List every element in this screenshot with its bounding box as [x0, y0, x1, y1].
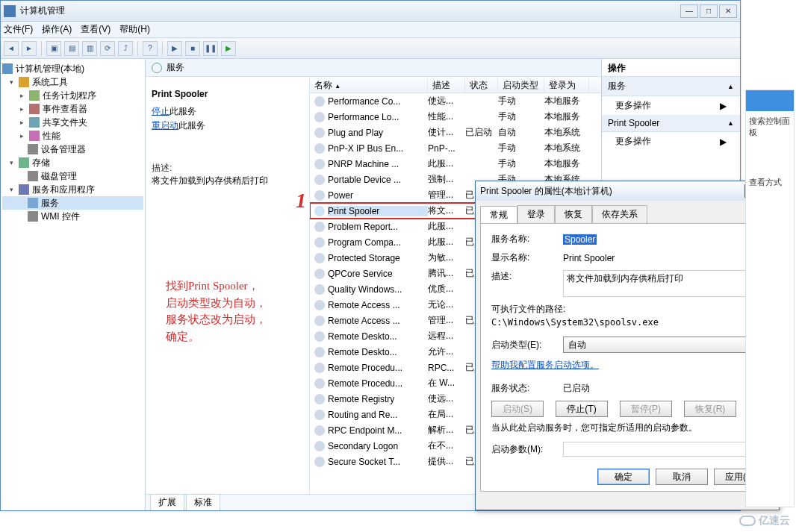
stop-icon[interactable]: ■	[185, 41, 200, 56]
service-icon	[314, 190, 325, 201]
tree-performance[interactable]: ▸性能	[2, 129, 143, 143]
menu-action[interactable]: 操作(A)	[42, 23, 72, 36]
startup-type-dropdown[interactable]: 自动▾	[563, 337, 763, 353]
tab-standard[interactable]: 标准	[186, 494, 220, 510]
ok-button[interactable]: 确定	[597, 469, 650, 485]
service-icon	[314, 206, 325, 216]
cancel-button[interactable]: 取消	[656, 469, 708, 485]
col-name[interactable]: 名称 ▲	[310, 77, 428, 93]
list-icon[interactable]: ▤	[64, 41, 79, 56]
col-logon[interactable]: 登录为	[544, 77, 589, 93]
dialog-titlebar[interactable]: Print Spooler 的属性(本地计算机) ✕	[476, 181, 779, 201]
actions-services[interactable]: 服务▲	[602, 77, 740, 96]
tab-extended[interactable]: 扩展	[150, 494, 184, 510]
tab-logon[interactable]: 登录	[517, 205, 555, 223]
play-icon[interactable]: ▶	[167, 41, 182, 56]
actions-more-2[interactable]: 更多操作▶	[602, 132, 740, 151]
up-icon[interactable]: ▣	[46, 41, 61, 56]
tree-disk-management[interactable]: 磁盘管理	[2, 169, 143, 183]
tree-storage[interactable]: ▾存储	[2, 156, 143, 169]
startup-params-label: 启动参数(M):	[491, 443, 563, 456]
maximize-button[interactable]: □	[700, 4, 718, 18]
service-icon	[314, 128, 325, 138]
tree-task-scheduler[interactable]: ▸任务计划程序	[2, 89, 143, 102]
service-icon	[314, 331, 325, 342]
tab-recovery[interactable]: 恢复	[555, 205, 592, 223]
service-row[interactable]: Plug and Play使计...已启动自动本地系统	[310, 125, 601, 140]
service-icon	[314, 112, 325, 122]
col-type[interactable]: 启动类型	[498, 77, 544, 93]
watermark-logo: 亿速云	[739, 514, 790, 528]
tab-dependencies[interactable]: 依存关系	[592, 205, 647, 223]
service-detail: Print Spooler 停止此服务 重启动此服务 描述: 将文件加载到内存供…	[146, 77, 310, 510]
app-icon	[4, 5, 16, 17]
desc-textarea[interactable]: 将文件加载到内存供稍后打印	[563, 270, 763, 297]
service-icon	[314, 253, 325, 263]
forward-icon[interactable]: ►	[22, 41, 37, 56]
service-row[interactable]: PNRP Machine ...此服...手动本地服务	[310, 156, 601, 172]
actions-print-spooler[interactable]: Print Spooler▲	[602, 115, 740, 132]
service-icon	[314, 425, 325, 436]
window-title: 计算机管理	[20, 4, 65, 17]
tree-wmi[interactable]: WMI 控件	[2, 210, 143, 223]
col-status[interactable]: 状态	[465, 77, 498, 93]
service-icon	[314, 222, 325, 232]
service-icon	[314, 457, 325, 467]
menu-file[interactable]: 文件(F)	[4, 23, 33, 36]
back-icon[interactable]: ◄	[4, 41, 19, 56]
display-name-value: Print Spooler	[563, 253, 763, 263]
titlebar[interactable]: 计算机管理 — □ ✕	[1, 1, 740, 22]
dialog-body: 服务名称:Spooler 显示名称:Print Spooler 描述:将文件加载…	[480, 223, 774, 492]
startup-hint: 当从此处启动服务时，您可指定所适用的启动参数。	[491, 422, 763, 434]
exe-path-label: 可执行文件的路径:	[491, 303, 763, 316]
tree-services-apps[interactable]: ▾服务和应用程序	[2, 183, 143, 196]
pause-icon[interactable]: ❚❚	[203, 41, 218, 56]
restart-link[interactable]: 重启动	[152, 120, 178, 131]
service-icon	[314, 159, 325, 169]
service-icon	[314, 143, 325, 154]
help-icon[interactable]: ?	[143, 41, 158, 56]
actions-more-1[interactable]: 更多操作▶	[602, 96, 740, 115]
properties-dialog: Print Spooler 的属性(本地计算机) ✕ 常规 登录 恢复 依存关系…	[475, 181, 780, 510]
tab-general[interactable]: 常规	[480, 206, 517, 224]
service-row[interactable]: Performance Co...使远...手动本地服务	[310, 93, 601, 109]
menu-help[interactable]: 帮助(H)	[119, 23, 150, 36]
service-icon	[314, 300, 325, 310]
menu-view[interactable]: 查看(V)	[81, 23, 111, 36]
menubar: 文件(F) 操作(A) 查看(V) 帮助(H)	[1, 22, 740, 38]
minimize-button[interactable]: —	[680, 4, 698, 18]
list-header[interactable]: 名称 ▲ 描述 状态 启动类型 登录为	[310, 77, 601, 93]
tree-shared-folders[interactable]: ▸共享文件夹	[2, 116, 143, 129]
actions-title: 操作	[602, 59, 740, 77]
stop-link[interactable]: 停止	[152, 106, 170, 116]
help-link[interactable]: 帮助我配置服务启动选项。	[491, 360, 599, 370]
refresh-icon[interactable]: ⟳	[100, 41, 115, 56]
col-desc[interactable]: 描述	[428, 77, 465, 93]
tree-services[interactable]: 服务	[2, 196, 143, 210]
service-row[interactable]: Performance Lo...性能...手动本地服务	[310, 109, 601, 125]
toolbar: ◄ ► ▣ ▤ ▥ ⟳ ⤴ ? ▶ ■ ❚❚ ▶	[1, 38, 740, 59]
stop-button[interactable]: 停止(T)	[556, 401, 608, 417]
tree-pane[interactable]: 计算机管理(本地) ▾系统工具 ▸任务计划程序 ▸事件查看器 ▸共享文件夹 ▸性…	[1, 59, 146, 510]
export-icon[interactable]: ⤴	[118, 41, 133, 56]
tree-sys-tools[interactable]: ▾系统工具	[2, 75, 143, 89]
service-icon	[314, 347, 325, 357]
service-icon	[314, 175, 325, 185]
restart-icon[interactable]: ▶	[221, 41, 236, 56]
tree-device-manager[interactable]: 设备管理器	[2, 143, 143, 156]
service-icon	[314, 410, 325, 420]
startup-params-input[interactable]	[563, 442, 763, 457]
tree-event-viewer[interactable]: ▸事件查看器	[2, 102, 143, 116]
service-icon	[314, 96, 325, 107]
tree-root[interactable]: 计算机管理(本地)	[2, 62, 143, 75]
startup-type-label: 启动类型(E):	[491, 339, 563, 351]
detail-icon[interactable]: ▥	[82, 41, 97, 56]
start-button[interactable]: 启动(S)	[491, 401, 544, 417]
close-button[interactable]: ✕	[719, 4, 737, 18]
pause-button[interactable]: 暂停(P)	[620, 401, 672, 417]
resume-button[interactable]: 恢复(R)	[684, 401, 736, 417]
service-row[interactable]: PnP-X IP Bus En...PnP-...手动本地系统	[310, 140, 601, 156]
service-status-label: 服务状态:	[491, 382, 563, 395]
gear-icon	[152, 63, 162, 73]
svc-name-value[interactable]: Spooler	[563, 234, 597, 245]
